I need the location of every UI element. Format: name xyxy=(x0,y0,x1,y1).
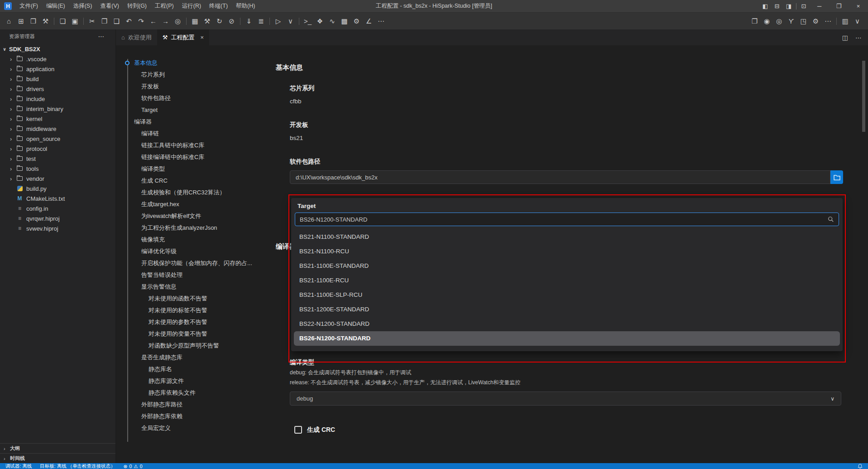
menu-item[interactable]: 选择(S) xyxy=(69,0,96,12)
close-button[interactable]: × xyxy=(849,3,868,10)
toc-item[interactable]: 静态库名 xyxy=(116,363,273,375)
monitor-icon[interactable]: ∿ xyxy=(326,15,338,27)
toc-item[interactable]: 外部静态库依赖 xyxy=(116,411,273,422)
menu-item[interactable]: 查看(V) xyxy=(96,0,123,12)
toc-item[interactable]: 开启栈保护功能（会增加内存、闪存的占... xyxy=(116,257,273,269)
close-icon[interactable]: × xyxy=(201,34,204,41)
compile-type-select[interactable]: debug ∨ xyxy=(290,392,841,406)
redo-icon[interactable]: ↷ xyxy=(135,15,147,27)
chevron-down-icon[interactable]: ∨ xyxy=(851,15,863,27)
cut-icon[interactable]: ✂ xyxy=(86,15,98,27)
toc-item[interactable]: 外部静态库路径 xyxy=(116,399,273,411)
restore-button[interactable]: ❐ xyxy=(829,3,849,10)
toc-item[interactable]: 对未使用的标签不告警 xyxy=(116,305,273,316)
branch-icon[interactable]: ϒ xyxy=(785,15,797,27)
burn-icon[interactable]: ⇓ xyxy=(243,15,255,27)
tree-item[interactable]: › M≡ tools xyxy=(0,164,115,174)
burn-config-icon[interactable]: ≣ xyxy=(255,15,267,27)
search-file-icon[interactable]: ◎ xyxy=(172,15,184,27)
target-option[interactable]: BS21-1100E-SLP-RCU xyxy=(294,288,840,302)
collapsed-panel[interactable]: › 时间线 xyxy=(0,453,115,463)
target-board-status[interactable]: 目标板: 离线 （单击检查连接状态） xyxy=(40,463,115,469)
toggle-right-sidebar-icon[interactable]: ◨ xyxy=(783,3,795,10)
sdk-path-input[interactable] xyxy=(290,170,830,184)
browse-folder-button[interactable] xyxy=(830,170,843,184)
toc-item[interactable]: 链接编译链中的标准C库 xyxy=(116,151,273,163)
scrollbar-thumb[interactable] xyxy=(862,61,865,132)
copy-file-icon[interactable]: ❐ xyxy=(748,15,761,27)
toc-item[interactable]: 软件包路径 xyxy=(116,92,273,104)
open-project-icon[interactable]: ❒ xyxy=(27,15,39,27)
toc-item[interactable]: 生成 CRC xyxy=(116,175,273,187)
toggle-panel-icon[interactable]: ⊟ xyxy=(771,3,783,10)
tree-item[interactable]: › M≡ svwev.hiproj xyxy=(0,223,115,233)
target-option[interactable]: BS22-N1200-STANDARD xyxy=(294,317,840,331)
menu-item[interactable]: 转到(G) xyxy=(123,0,151,12)
gear-icon[interactable]: ⚙ xyxy=(810,15,822,27)
toc-item[interactable]: 为工程分析生成analyzerJson xyxy=(116,222,273,234)
tree-item[interactable]: › M≡ qvrqwr.hiproj xyxy=(0,213,115,223)
debugger-status[interactable]: 调试器: 离线 xyxy=(5,463,32,469)
toc-item[interactable]: 对未使用的参数不告警 xyxy=(116,316,273,328)
undo-icon[interactable]: ↶ xyxy=(123,15,135,27)
more-actions-icon[interactable]: ⋯ xyxy=(855,34,862,41)
toc-item[interactable]: 生成校验和（使用CRC32算法） xyxy=(116,187,273,198)
toc-item[interactable]: 对函数缺少原型声明不告警 xyxy=(116,340,273,352)
menu-item[interactable]: 文件(F) xyxy=(15,0,42,12)
debug-icon[interactable]: ◉ xyxy=(761,15,773,27)
toc-item[interactable]: 静态库依赖头文件 xyxy=(116,387,273,399)
toc-item[interactable]: 告警当错误处理 xyxy=(116,269,273,281)
toc-item[interactable]: Target xyxy=(116,104,273,116)
toc-item[interactable]: 显示告警信息 xyxy=(116,281,273,293)
new-project-icon[interactable]: ⊞ xyxy=(15,15,27,27)
toc-item[interactable]: 编译类型 xyxy=(116,163,273,175)
toc-item[interactable]: 链接工具链中的标准C库 xyxy=(116,140,273,151)
target-option[interactable]: BS21-1200E-STANDARD xyxy=(294,302,840,317)
toc-item[interactable]: 芯片系列 xyxy=(116,69,273,81)
chip-icon[interactable]: ▩ xyxy=(338,15,350,27)
tab-project-config[interactable]: ⚒ 工程配置 × xyxy=(157,29,209,45)
tree-item[interactable]: › M≡ include xyxy=(0,94,115,104)
toc-item[interactable]: 基本信息 xyxy=(116,57,273,69)
menu-item[interactable]: 终端(T) xyxy=(205,0,232,12)
minimize-button[interactable]: ─ xyxy=(810,3,829,10)
more-actions-icon[interactable]: ⋯ xyxy=(822,15,834,27)
split-editor-icon[interactable]: ◫ xyxy=(842,34,848,41)
tree-item[interactable]: › M≡ kernel xyxy=(0,114,115,124)
tree-item[interactable]: › M≡ build.py xyxy=(0,184,115,193)
toc-item[interactable]: 编译链 xyxy=(116,128,273,140)
forward-icon[interactable]: → xyxy=(159,15,172,27)
target-option[interactable]: BS21-N1100-RCU xyxy=(294,244,840,259)
bell-icon[interactable] xyxy=(858,464,863,469)
tab-welcome[interactable]: ⌂ 欢迎使用 xyxy=(116,29,157,45)
build-target-icon[interactable]: ▦ xyxy=(189,15,201,27)
new-file-icon[interactable]: ❏ xyxy=(57,15,69,27)
more-actions-icon[interactable]: ⋯ xyxy=(98,33,105,40)
tree-item[interactable]: › M≡ open_source xyxy=(0,134,115,144)
problems-status[interactable]: ⊗ 0 ⚠ 0 xyxy=(124,464,143,469)
menu-item[interactable]: 运行(R) xyxy=(178,0,205,12)
more-icon[interactable]: ⋯ xyxy=(375,15,387,27)
stack-icon[interactable]: ❖ xyxy=(314,15,326,27)
toc-item[interactable]: 是否生成静态库 xyxy=(116,352,273,363)
toc-item[interactable]: 镜像填充 xyxy=(116,234,273,246)
collapsed-panel[interactable]: › 大纲 xyxy=(0,443,115,453)
toc-item[interactable]: 为livewatch解析elf文件 xyxy=(116,210,273,222)
tree-item[interactable]: › M≡ .vscode xyxy=(0,54,115,64)
search-icon[interactable]: ◎ xyxy=(773,15,785,27)
target-option[interactable]: BS21-1100E-STANDARD xyxy=(294,259,840,273)
back-icon[interactable]: ← xyxy=(147,15,159,27)
toc-item[interactable]: 编译优化等级 xyxy=(116,246,273,257)
tree-item[interactable]: › M≡ CMakeLists.txt xyxy=(0,193,115,203)
extensions-icon[interactable]: ◳ xyxy=(797,15,810,27)
toc-item[interactable]: 静态库源文件 xyxy=(116,375,273,387)
terminal-icon[interactable]: >_ xyxy=(302,15,314,27)
target-search-input[interactable]: BS26-N1200-STANDARD xyxy=(295,213,839,226)
chevron-down-icon[interactable]: ∨ xyxy=(284,15,297,27)
toc-item[interactable]: 全局宏定义 xyxy=(116,422,273,434)
tree-root[interactable]: ∨ SDK_BS2X xyxy=(0,44,115,54)
tree-item[interactable]: › M≡ protocol xyxy=(0,144,115,154)
toggle-left-sidebar-icon[interactable]: ◧ xyxy=(759,3,771,10)
debug-run-icon[interactable]: ▷ xyxy=(272,15,284,27)
target-option[interactable]: BS21-N1100-STANDARD xyxy=(294,230,840,244)
